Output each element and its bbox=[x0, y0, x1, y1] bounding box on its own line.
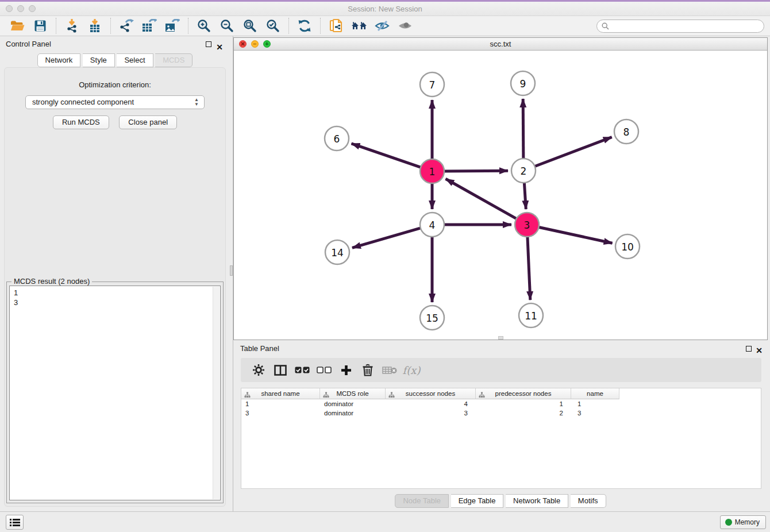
tab-edge-table[interactable]: Edge Table bbox=[451, 494, 504, 508]
node-table[interactable]: shared name MCDS role successor nodes pr… bbox=[241, 388, 761, 489]
minimize-window-icon[interactable] bbox=[17, 5, 24, 12]
divider-grip[interactable] bbox=[230, 265, 233, 276]
table-row[interactable]: 3 dominator 3 2 3 bbox=[241, 408, 761, 418]
selected-option: strongly connected component bbox=[32, 98, 134, 106]
delete-table-icon[interactable] bbox=[379, 361, 401, 379]
mcds-result-list[interactable]: 1 3 bbox=[9, 286, 221, 500]
open-file-icon[interactable] bbox=[6, 17, 29, 35]
tab-node-table[interactable]: Node Table bbox=[395, 494, 449, 508]
minimize-view-icon[interactable]: − bbox=[251, 40, 259, 48]
close-panel-button[interactable]: Close panel bbox=[119, 115, 177, 129]
export-image-icon[interactable] bbox=[161, 17, 184, 35]
optimization-criterion-select[interactable]: strongly connected component ▲▼ bbox=[25, 95, 205, 109]
save-icon[interactable] bbox=[29, 17, 52, 35]
graph-node-label-9: 9 bbox=[520, 78, 526, 90]
tab-network[interactable]: Network bbox=[37, 53, 81, 67]
select-stepper-icon: ▲▼ bbox=[194, 98, 199, 107]
run-mcds-button[interactable]: Run MCDS bbox=[53, 115, 109, 129]
neighborhood-icon[interactable] bbox=[348, 17, 371, 35]
zoom-out-icon[interactable] bbox=[215, 17, 238, 35]
import-network-icon[interactable] bbox=[60, 17, 83, 35]
cell-name[interactable]: 1 bbox=[571, 399, 619, 408]
graph-edge-4-14[interactable] bbox=[352, 228, 422, 248]
application-window: Session: New Session bbox=[0, 0, 770, 532]
export-table-icon[interactable] bbox=[138, 17, 161, 35]
zoom-selected-icon[interactable] bbox=[261, 17, 284, 35]
close-table-panel-icon[interactable]: ✕ bbox=[756, 344, 763, 357]
add-icon[interactable] bbox=[335, 361, 357, 379]
network-canvas[interactable]: 1234678910111415 bbox=[234, 51, 767, 340]
gear-icon[interactable] bbox=[248, 361, 270, 379]
control-panel: Control Panel ✕ Network Style Select MCD… bbox=[0, 36, 230, 511]
tab-motifs[interactable]: Motifs bbox=[571, 494, 606, 508]
column-header-mcds-role[interactable]: MCDS role bbox=[320, 388, 386, 399]
column-header-shared-name[interactable]: shared name bbox=[241, 388, 320, 399]
graph-edge-3-10[interactable] bbox=[538, 227, 613, 243]
delete-icon[interactable] bbox=[357, 361, 379, 379]
control-panel-header: Control Panel ✕ bbox=[0, 36, 230, 52]
tab-mcds[interactable]: MCDS bbox=[155, 53, 192, 67]
tab-select[interactable]: Select bbox=[117, 53, 153, 67]
column-header-successor-nodes[interactable]: successor nodes bbox=[386, 388, 476, 399]
cell-predecessor-nodes[interactable]: 2 bbox=[476, 408, 571, 418]
graph-edge-2-8[interactable] bbox=[534, 137, 612, 167]
task-history-button[interactable] bbox=[6, 515, 24, 530]
toolbar-separator bbox=[56, 18, 56, 34]
zoom-fit-icon[interactable] bbox=[238, 17, 261, 35]
hierarchy-icon bbox=[479, 391, 485, 401]
refresh-icon[interactable] bbox=[293, 17, 316, 35]
cell-mcds-role[interactable]: dominator bbox=[320, 408, 386, 418]
graph-edge-1-2[interactable] bbox=[443, 171, 508, 171]
function-builder-icon[interactable]: f(x) bbox=[401, 361, 422, 379]
graph-node-label-15: 15 bbox=[426, 313, 438, 324]
app-window-controls[interactable] bbox=[6, 5, 36, 12]
cell-name[interactable]: 3 bbox=[571, 408, 619, 418]
graph-node-label-10: 10 bbox=[621, 241, 634, 253]
tab-style[interactable]: Style bbox=[83, 53, 115, 67]
graph-node-label-6: 6 bbox=[334, 133, 340, 145]
graph-edge-3-1[interactable] bbox=[446, 179, 518, 219]
table-row[interactable]: 1 dominator 4 1 1 bbox=[241, 399, 761, 408]
column-header-name[interactable]: name bbox=[571, 388, 619, 399]
hierarchy-icon bbox=[388, 391, 395, 401]
cell-successor-nodes[interactable]: 3 bbox=[386, 408, 476, 418]
cell-predecessor-nodes[interactable]: 1 bbox=[476, 399, 571, 408]
select-all-icon[interactable] bbox=[291, 361, 313, 379]
close-view-icon[interactable]: ✕ bbox=[239, 40, 247, 48]
memory-button[interactable]: Memory bbox=[720, 515, 766, 529]
main-toolbar bbox=[0, 16, 770, 36]
network-window-controls[interactable]: ✕ − + bbox=[239, 40, 271, 48]
import-table-icon[interactable] bbox=[83, 17, 106, 35]
result-scrollbar[interactable] bbox=[213, 287, 220, 499]
graph-edge-2-9[interactable] bbox=[523, 99, 523, 160]
network-graph[interactable]: 1234678910111415 bbox=[234, 51, 767, 340]
graph-edge-2-3[interactable] bbox=[524, 182, 526, 209]
control-panel-tabs: Network Style Select MCDS bbox=[0, 53, 230, 67]
hide-details-icon[interactable] bbox=[371, 17, 394, 35]
float-panel-icon[interactable] bbox=[206, 41, 211, 47]
cell-mcds-role[interactable]: dominator bbox=[320, 399, 386, 408]
network-view-title: scc.txt bbox=[234, 38, 767, 50]
cell-successor-nodes[interactable]: 4 bbox=[386, 399, 476, 408]
canvas-resize-grip[interactable] bbox=[498, 336, 503, 340]
export-network-icon[interactable] bbox=[115, 17, 138, 35]
graph-edge-3-11[interactable] bbox=[528, 236, 530, 300]
graph-edge-1-6[interactable] bbox=[352, 144, 422, 168]
maximize-view-icon[interactable]: + bbox=[263, 40, 271, 48]
network-window-titlebar[interactable]: ✕ − + scc.txt bbox=[234, 38, 767, 51]
tab-network-table[interactable]: Network Table bbox=[506, 494, 568, 508]
zoom-in-icon[interactable] bbox=[192, 17, 215, 35]
cell-shared-name[interactable]: 1 bbox=[241, 399, 320, 408]
cell-shared-name[interactable]: 3 bbox=[241, 408, 320, 418]
close-panel-icon[interactable]: ✕ bbox=[216, 39, 223, 55]
close-window-icon[interactable] bbox=[6, 5, 13, 12]
memory-status-icon bbox=[725, 519, 732, 526]
search-input[interactable] bbox=[596, 20, 764, 33]
column-header-predecessor-nodes[interactable]: predecessor nodes bbox=[476, 388, 571, 399]
network-file-icon[interactable] bbox=[325, 17, 348, 35]
show-details-icon[interactable] bbox=[394, 17, 417, 35]
deselect-all-icon[interactable] bbox=[313, 361, 335, 379]
maximize-window-icon[interactable] bbox=[29, 5, 36, 12]
float-table-panel-icon[interactable] bbox=[746, 346, 752, 352]
split-view-icon[interactable] bbox=[270, 361, 291, 379]
